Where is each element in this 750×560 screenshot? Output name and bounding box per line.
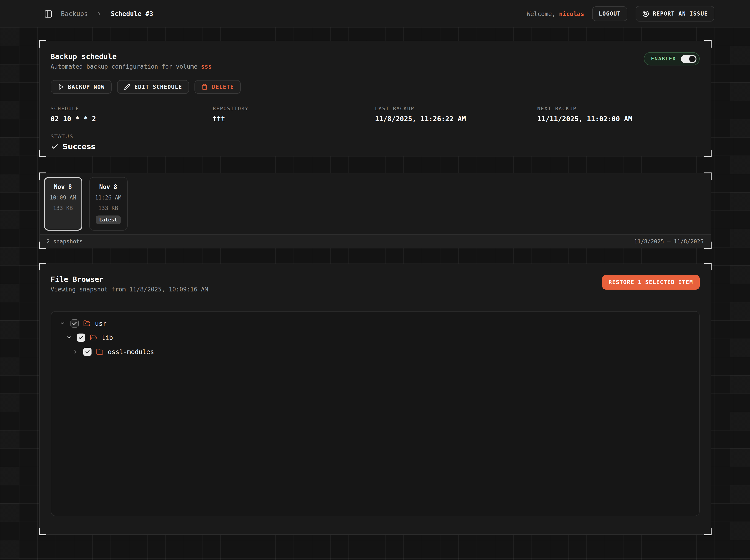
breadcrumb-section[interactable]: Backups — [61, 10, 88, 17]
toggle-switch[interactable] — [681, 55, 696, 63]
tree-item-label: lib — [101, 334, 113, 341]
corner-bracket — [704, 263, 711, 271]
field-label: LAST BACKUP — [375, 106, 537, 112]
report-issue-button[interactable]: REPORT AN ISSUE — [635, 6, 714, 21]
logout-label: LOGOUT — [599, 11, 621, 17]
volume-name: sss — [201, 63, 212, 70]
snapshot-card-selected[interactable]: Nov 8 10:09 AM 133 KB — [44, 177, 82, 231]
field-schedule: SCHEDULE 02 10 * * 2 — [51, 106, 213, 123]
welcome-text: Welcome, nicolas — [527, 10, 584, 17]
lifebuoy-icon — [642, 10, 649, 17]
status-block: STATUS Success — [51, 134, 699, 151]
field-value: 11/8/2025, 11:26:22 AM — [375, 115, 537, 123]
chevron-right-icon — [97, 11, 102, 17]
snapshot-card[interactable]: Nov 8 11:26 AM 133 KB Latest — [89, 177, 127, 231]
restore-label: RESTORE 1 SELECTED ITEM — [609, 279, 693, 285]
backup-now-button[interactable]: BACKUP NOW — [51, 80, 112, 94]
folder-open-icon — [90, 334, 97, 341]
schedule-info-grid: SCHEDULE 02 10 * * 2 REPOSITORY ttt LAST… — [51, 106, 699, 123]
corner-bracket — [704, 40, 711, 47]
app-root: Backups Schedule #3 Welcome, nicolas LOG… — [0, 0, 750, 560]
field-label: NEXT BACKUP — [537, 106, 699, 112]
breadcrumb-current: Schedule #3 — [111, 10, 153, 17]
snapshot-size: 133 KB — [53, 205, 73, 212]
enabled-toggle[interactable]: ENABLED — [644, 52, 699, 65]
status-badge: Success — [62, 142, 95, 151]
file-browser-panel: File Browser Viewing snapshot from 11/8/… — [39, 263, 711, 535]
chevron-down-icon[interactable] — [59, 320, 66, 326]
folder-open-icon — [83, 320, 91, 327]
corner-bracket — [704, 149, 711, 157]
backup-now-label: BACKUP NOW — [68, 84, 105, 90]
panel-left-icon — [44, 9, 53, 18]
tree-item-lib[interactable]: lib — [57, 330, 693, 344]
breadcrumb: Backups Schedule #3 — [43, 9, 153, 19]
folder-closed-icon — [96, 348, 103, 355]
chevron-right-icon[interactable] — [72, 348, 78, 355]
page-background-grid: Backup schedule Automated backup configu… — [0, 27, 750, 560]
edit-schedule-label: EDIT SCHEDULE — [135, 84, 182, 90]
field-repository: REPOSITORY ttt — [213, 106, 375, 123]
corner-bracket — [39, 528, 46, 535]
grid-edge-left — [0, 27, 19, 560]
field-value: 02 10 * * 2 — [51, 115, 213, 123]
toggle-knob — [689, 56, 695, 62]
backup-schedule-panel: Backup schedule Automated backup configu… — [39, 41, 711, 157]
snapshot-count: 2 snapshots — [46, 238, 83, 244]
field-label: SCHEDULE — [51, 106, 213, 112]
field-value: ttt — [213, 115, 375, 123]
corner-bracket — [704, 173, 711, 180]
play-icon — [57, 84, 64, 90]
tree-item-ossl-modules[interactable]: ossl-modules — [57, 344, 693, 359]
checkbox-checked[interactable] — [70, 319, 78, 327]
corner-bracket — [704, 242, 711, 249]
snapshot-time: 11:26 AM — [95, 195, 121, 201]
corner-bracket — [39, 149, 46, 157]
logout-button[interactable]: LOGOUT — [592, 6, 627, 21]
corner-bracket — [704, 528, 711, 535]
report-issue-label: REPORT AN ISSUE — [653, 11, 708, 17]
snapshot-time: 10:09 AM — [50, 195, 76, 201]
trash-icon — [201, 84, 208, 90]
corner-bracket — [39, 40, 46, 47]
page-title: Backup schedule — [51, 52, 212, 61]
tree-item-label: ossl-modules — [108, 348, 154, 355]
edit-schedule-button[interactable]: EDIT SCHEDULE — [117, 80, 189, 94]
checkbox-checked[interactable] — [83, 347, 91, 356]
header-actions: Welcome, nicolas LOGOUT REPORT AN ISSUE — [527, 6, 714, 21]
file-browser-subtitle: Viewing snapshot from 11/8/2025, 10:09:1… — [51, 285, 208, 294]
panel-subtitle: Automated backup configuration for volum… — [51, 62, 212, 71]
corner-bracket — [39, 242, 46, 249]
subtitle-text: Automated backup configuration for volum… — [51, 63, 201, 70]
file-browser-title: File Browser — [51, 275, 208, 284]
snapshot-date-range: 11/8/2025 – 11/8/2025 — [634, 238, 704, 244]
panel-heading: Backup schedule Automated backup configu… — [51, 52, 212, 71]
field-last-backup: LAST BACKUP 11/8/2025, 11:26:22 AM — [375, 106, 537, 123]
check-icon — [51, 143, 58, 151]
username: nicolas — [559, 10, 584, 17]
grid-edge-right — [730, 27, 750, 560]
latest-badge: Latest — [95, 216, 121, 224]
corner-bracket — [39, 173, 46, 180]
file-tree: usr lib — [51, 311, 699, 516]
snapshot-date: Nov 8 — [54, 183, 72, 190]
snapshot-cards: Nov 8 10:09 AM 133 KB Nov 8 11:26 AM 133… — [40, 174, 710, 234]
sidebar-toggle-button[interactable] — [43, 9, 53, 19]
pencil-icon — [124, 84, 131, 90]
corner-bracket — [39, 263, 46, 271]
enabled-label: ENABLED — [651, 56, 676, 62]
welcome-prefix: Welcome, — [527, 10, 555, 17]
delete-button[interactable]: DELETE — [195, 80, 241, 94]
checkbox-checked[interactable] — [77, 333, 85, 342]
tree-item-usr[interactable]: usr — [57, 316, 693, 330]
snapshot-timeline-panel: Nov 8 10:09 AM 133 KB Nov 8 11:26 AM 133… — [39, 173, 711, 248]
snapshot-size: 133 KB — [98, 205, 118, 212]
field-value: 11/11/2025, 11:02:00 AM — [537, 115, 699, 123]
restore-selected-button[interactable]: RESTORE 1 SELECTED ITEM — [602, 275, 699, 289]
schedule-actions: BACKUP NOW EDIT SCHEDULE DELETE — [51, 80, 699, 94]
delete-label: DELETE — [212, 84, 234, 90]
timeline-footer: 2 snapshots 11/8/2025 – 11/8/2025 — [40, 234, 710, 248]
field-label: REPOSITORY — [213, 106, 375, 112]
top-bar: Backups Schedule #3 Welcome, nicolas LOG… — [0, 0, 750, 27]
chevron-down-icon[interactable] — [66, 335, 72, 340]
